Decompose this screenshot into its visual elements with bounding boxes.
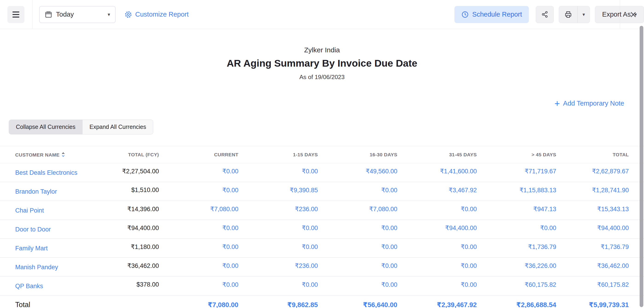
total-fcy-cell: $378.00: [80, 276, 159, 295]
45-plus-days-amount[interactable]: ₹947.13: [477, 201, 556, 220]
total-fcy-cell: ₹1,180.00: [80, 239, 159, 257]
export-as-label: Export As: [602, 11, 631, 18]
collapse-all-currencies-button[interactable]: Collapse All Currencies: [9, 120, 82, 134]
45-plus-days-amount[interactable]: ₹71,719.67: [477, 163, 556, 182]
toolbar: Today ▾ Customize Report Schedule Report: [0, 0, 644, 29]
total-45-plus-days[interactable]: ₹2,86,688.54: [477, 295, 556, 308]
add-note-label: Add Temporary Note: [563, 100, 624, 107]
16-30-days-amount[interactable]: ₹0.00: [318, 257, 397, 276]
row-total-amount[interactable]: ₹36,462.00: [556, 257, 644, 276]
customer-link[interactable]: Best Deals Electronics: [15, 169, 78, 176]
16-30-days-amount[interactable]: ₹7,080.00: [318, 201, 397, 220]
report-window: Today ▾ Customize Report Schedule Report: [0, 0, 644, 308]
row-total-amount[interactable]: ₹60,175.82: [556, 276, 644, 295]
1-15-days-amount[interactable]: ₹0.00: [238, 239, 318, 257]
16-30-days-amount[interactable]: ₹49,560.00: [318, 163, 397, 182]
45-plus-days-amount[interactable]: ₹1,736.79: [477, 239, 556, 257]
close-icon: ×: [630, 8, 637, 21]
toolbar-divider: [620, 0, 620, 29]
customize-report-link[interactable]: Customize Report: [124, 11, 189, 19]
customer-link[interactable]: QP Banks: [15, 283, 43, 289]
31-45-days-amount[interactable]: ₹0.00: [397, 201, 477, 220]
total-1-15-days[interactable]: ₹9,862.85: [238, 295, 318, 308]
16-30-days-amount[interactable]: ₹0.00: [318, 239, 397, 257]
schedule-report-label: Schedule Report: [472, 11, 522, 18]
current-amount[interactable]: ₹0.00: [159, 276, 238, 295]
company-name: Zylker India: [0, 46, 644, 54]
current-amount[interactable]: ₹7,080.00: [159, 201, 238, 220]
31-45-days-amount[interactable]: ₹3,467.92: [397, 182, 477, 201]
column-customer-name[interactable]: CUSTOMER NAME: [0, 146, 80, 163]
print-button[interactable]: [559, 6, 578, 23]
31-45-days-amount[interactable]: ₹0.00: [397, 276, 477, 295]
vertical-scrollbar[interactable]: [640, 26, 643, 307]
31-45-days-amount[interactable]: ₹0.00: [397, 239, 477, 257]
total-31-45-days[interactable]: ₹2,39,467.92: [397, 295, 477, 308]
1-15-days-amount[interactable]: ₹0.00: [238, 276, 318, 295]
table-row: Brandon Taylor $1,510.00 ₹0.00 ₹9,390.85…: [0, 182, 644, 201]
31-45-days-amount[interactable]: ₹1,41,600.00: [397, 163, 477, 182]
row-total-amount[interactable]: ₹2,62,879.67: [556, 163, 644, 182]
45-plus-days-amount[interactable]: ₹36,226.00: [477, 257, 556, 276]
table-row: Door to Door ₹94,400.00 ₹0.00 ₹0.00 ₹0.0…: [0, 220, 644, 239]
customer-link[interactable]: Family Mart: [15, 245, 48, 252]
1-15-days-amount[interactable]: ₹236.00: [238, 201, 318, 220]
print-options-button[interactable]: ▾: [578, 6, 590, 23]
1-15-days-amount[interactable]: ₹0.00: [238, 220, 318, 239]
1-15-days-amount[interactable]: ₹236.00: [238, 257, 318, 276]
total-fcy-empty: [80, 295, 159, 308]
table-row: QP Banks $378.00 ₹0.00 ₹0.00 ₹0.00 ₹0.00…: [0, 276, 644, 295]
current-amount[interactable]: ₹0.00: [159, 182, 238, 201]
row-total-amount[interactable]: ₹15,343.13: [556, 201, 644, 220]
customer-name-cell: Chai Point: [0, 201, 80, 220]
menu-button[interactable]: [7, 6, 24, 23]
clock-icon: [461, 11, 469, 18]
table-row: Family Mart ₹1,180.00 ₹0.00 ₹0.00 ₹0.00 …: [0, 239, 644, 257]
customer-link[interactable]: Chai Point: [15, 207, 44, 214]
share-button[interactable]: [536, 6, 554, 23]
table-row: Chai Point ₹14,396.00 ₹7,080.00 ₹236.00 …: [0, 201, 644, 220]
current-amount[interactable]: ₹0.00: [159, 239, 238, 257]
as-of-date: As of 19/06/2023: [0, 74, 644, 81]
column-1-15-days: 1-15 DAYS: [238, 146, 318, 163]
date-range-value: Today: [56, 11, 74, 18]
current-amount[interactable]: ₹0.00: [159, 220, 238, 239]
expand-all-currencies-button[interactable]: Expand All Currencies: [82, 120, 153, 134]
row-total-amount[interactable]: ₹1,736.79: [556, 239, 644, 257]
31-45-days-amount[interactable]: ₹0.00: [397, 257, 477, 276]
customer-link[interactable]: Door to Door: [15, 226, 51, 233]
total-row: Total ₹7,080.00 ₹9,862.85 ₹56,640.00 ₹2,…: [0, 295, 644, 308]
current-amount[interactable]: ₹0.00: [159, 163, 238, 182]
total-fcy-cell: ₹2,27,504.00: [80, 163, 159, 182]
16-30-days-amount[interactable]: ₹0.00: [318, 276, 397, 295]
customer-name-cell: Brandon Taylor: [0, 182, 80, 201]
print-button-group: ▾: [559, 6, 590, 23]
schedule-report-button[interactable]: Schedule Report: [454, 6, 529, 23]
1-15-days-amount[interactable]: ₹9,390.85: [238, 182, 318, 201]
current-amount[interactable]: ₹0.00: [159, 257, 238, 276]
column-current: CURRENT: [159, 146, 238, 163]
add-temporary-note-link[interactable]: + Add Temporary Note: [554, 100, 624, 107]
row-total-amount[interactable]: ₹94,400.00: [556, 220, 644, 239]
45-plus-days-amount[interactable]: ₹60,175.82: [477, 276, 556, 295]
1-15-days-amount[interactable]: ₹0.00: [238, 163, 318, 182]
total-fcy-cell: ₹94,400.00: [80, 220, 159, 239]
total-fcy-cell: $1,510.00: [80, 182, 159, 201]
close-button[interactable]: ×: [628, 9, 638, 21]
customer-link[interactable]: Manish Pandey: [15, 264, 58, 271]
date-range-dropdown[interactable]: Today ▾: [39, 6, 116, 23]
printer-icon: [564, 11, 572, 19]
share-icon: [541, 11, 549, 18]
31-45-days-amount[interactable]: ₹94,400.00: [397, 220, 477, 239]
16-30-days-amount[interactable]: ₹0.00: [318, 182, 397, 201]
45-plus-days-amount[interactable]: ₹0.00: [477, 220, 556, 239]
grand-total[interactable]: ₹5,99,739.31: [556, 295, 644, 308]
calendar-icon: [45, 11, 52, 18]
customer-link[interactable]: Brandon Taylor: [15, 188, 57, 195]
16-30-days-amount[interactable]: ₹0.00: [318, 220, 397, 239]
45-plus-days-amount[interactable]: ₹1,15,883.13: [477, 182, 556, 201]
total-current[interactable]: ₹7,080.00: [159, 295, 238, 308]
row-total-amount[interactable]: ₹1,28,741.90: [556, 182, 644, 201]
total-16-30-days[interactable]: ₹56,640.00: [318, 295, 397, 308]
report-heading: Zylker India AR Aging Summary By Invoice…: [0, 46, 644, 81]
